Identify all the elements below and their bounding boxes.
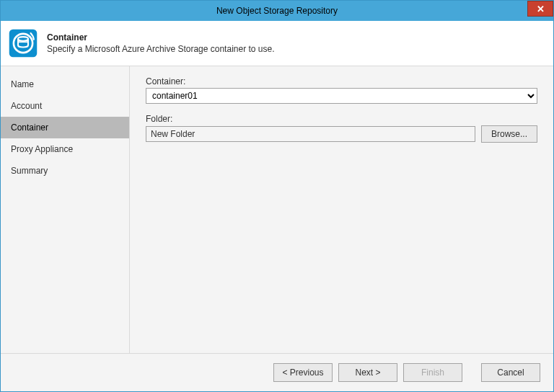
wizard-steps-sidebar: Name Account Container Proxy Appliance S… [1,66,130,353]
titlebar: New Object Storage Repository ✕ [1,1,553,21]
cancel-button[interactable]: Cancel [481,363,540,382]
wizard-footer: < Previous Next > Finish Cancel [1,353,553,391]
repository-icon [8,28,38,58]
wizard-body: Name Account Container Proxy Appliance S… [1,66,553,353]
wizard-content: Container: container01 Folder: New Folde… [130,66,553,353]
header-title: Container [47,32,275,43]
close-icon: ✕ [537,4,545,14]
step-container[interactable]: Container [1,117,129,138]
close-button[interactable]: ✕ [527,1,553,17]
wizard-window: New Object Storage Repository ✕ Containe… [0,0,554,392]
step-proxy-appliance[interactable]: Proxy Appliance [1,138,129,160]
container-label: Container: [146,76,537,86]
folder-label: Folder: [146,114,537,124]
folder-value: New Folder [151,129,195,139]
folder-input[interactable]: New Folder [146,126,475,142]
previous-button[interactable]: < Previous [273,363,333,382]
browse-button[interactable]: Browse... [481,125,537,143]
next-button[interactable]: Next > [338,363,397,382]
container-select[interactable]: container01 [146,88,537,104]
header-subtitle: Specify a Microsoft Azure Archive Storag… [47,44,275,54]
wizard-header: Container Specify a Microsoft Azure Arch… [1,21,553,66]
header-text: Container Specify a Microsoft Azure Arch… [47,32,275,54]
step-summary[interactable]: Summary [1,160,129,182]
finish-button: Finish [403,363,462,382]
step-account[interactable]: Account [1,95,129,117]
window-title: New Object Storage Repository [1,6,553,16]
step-name[interactable]: Name [1,74,129,95]
